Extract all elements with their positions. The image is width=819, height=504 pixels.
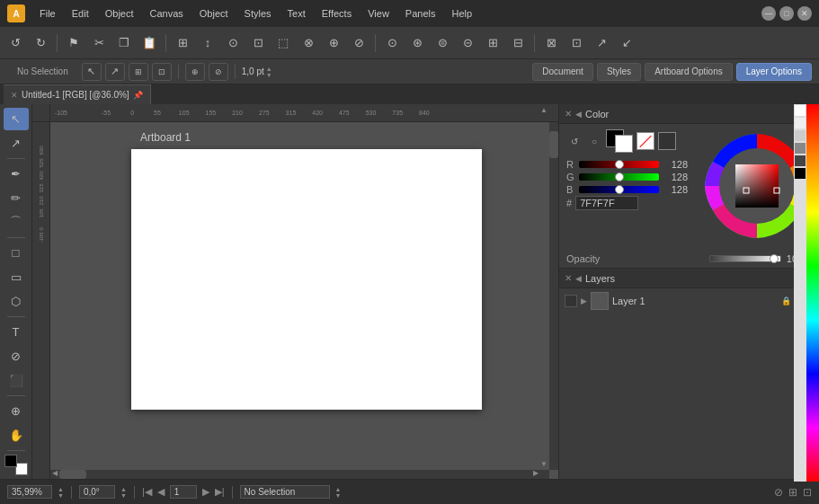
styles-button[interactable]: Styles [597,63,641,81]
scroll-up-arrow[interactable]: ▲ [540,106,547,114]
color-spectrum-strip[interactable] [806,104,819,482]
document-tab[interactable]: ✕ Untitled-1 [RGB] [@36.0%] 📌 [4,84,151,104]
document-button[interactable]: Document [532,63,593,81]
tb-icon-13[interactable]: ⊞ [481,31,504,55]
tb-icon-8[interactable]: ⊘ [347,31,370,55]
select-tool-opt[interactable]: ↗ [105,63,125,81]
tool-color-swatches[interactable] [4,455,28,475]
direct-select-tool[interactable]: ↗ [4,132,29,155]
layer-name[interactable]: Layer 1 [612,296,778,306]
status-icon-3[interactable]: ⊡ [803,486,812,499]
menu-object[interactable]: Object [98,6,141,21]
tab-pin-icon[interactable]: 📌 [133,91,143,100]
tb-icon-5[interactable]: ⬚ [272,31,295,55]
selection-stepper[interactable]: ▲ ▼ [335,486,342,499]
scroll-horizontal[interactable] [50,470,549,479]
tb-icon-7[interactable]: ⊕ [322,31,345,55]
tab-close-icon[interactable]: ✕ [11,91,18,100]
swap-icon[interactable]: ○ [586,133,602,149]
status-icon-1[interactable]: ⊘ [774,486,783,499]
tb-icon-11[interactable]: ⊜ [431,31,454,55]
tb-icon-18[interactable]: ↙ [615,31,638,55]
shape-tool[interactable]: □ [4,242,29,264]
scroll-vertical[interactable] [549,122,558,470]
layer-item-1[interactable]: ▶ Layer 1 🔒 👁 ○ [559,288,819,314]
page-nav-next2[interactable]: ▶| [215,486,225,498]
menu-styles[interactable]: Styles [237,6,279,21]
b-slider-thumb[interactable] [615,185,624,194]
tb-icon-16[interactable]: ⊡ [565,31,588,55]
text-tool[interactable]: T [4,321,29,343]
r-slider[interactable] [579,161,659,168]
color-panel-close[interactable]: ✕ [565,109,572,119]
opacity-slider[interactable] [709,255,781,262]
fill-swatch[interactable] [658,132,676,150]
select-tool[interactable]: ↖ [4,108,29,130]
tool-opt-5[interactable]: ⊕ [185,63,205,81]
b-slider[interactable] [579,186,659,193]
tb-icon-10[interactable]: ⊛ [405,31,429,55]
scroll-right-arrow[interactable]: ▶ [533,469,539,477]
gray-swatch[interactable] [795,143,806,154]
tb-icon-6[interactable]: ⊗ [297,31,320,55]
fg-bg-swatches[interactable] [606,129,633,153]
refresh-icon[interactable]: ↺ [566,133,583,149]
page-input[interactable] [170,485,197,499]
redo-button[interactable]: ↻ [29,31,52,55]
tb-icon-9[interactable]: ⊙ [380,31,404,55]
tb-icon-15[interactable]: ⊠ [539,31,563,55]
hand-tool[interactable]: ✋ [4,424,29,447]
status-icon-2[interactable]: ⊞ [788,486,797,499]
g-slider[interactable] [579,173,659,181]
dark-swatch[interactable] [795,155,806,166]
layers-close-icon[interactable]: ✕ [565,273,572,283]
menu-object2[interactable]: Object [192,6,236,21]
tool-fg-swatch[interactable] [4,455,17,467]
menu-effects[interactable]: Effects [315,6,359,21]
mid-swatch[interactable] [795,130,806,141]
white-swatch[interactable] [795,105,806,116]
scroll-down-arrow[interactable]: ▼ [540,460,547,468]
page-nav-next[interactable]: ▶ [202,486,209,498]
background-swatch[interactable] [615,135,633,153]
tb-icon-12[interactable]: ⊝ [456,31,479,55]
tb-icon-2[interactable]: ↕ [196,31,219,55]
brush-tool[interactable]: ⌒ [4,211,29,234]
minimize-button[interactable]: — [761,6,776,21]
tb-icon-14[interactable]: ⊟ [506,31,530,55]
tool-opt-6[interactable]: ⊘ [209,63,228,81]
maximize-button[interactable]: □ [779,6,794,21]
artboard-options-button[interactable]: Artboard Options [645,63,733,81]
close-button[interactable]: ✕ [797,6,812,21]
pencil-tool[interactable]: ✏ [4,187,29,209]
layers-collapse[interactable]: ◀ [575,274,582,283]
flag-button[interactable]: ⚑ [62,31,85,55]
menu-canvas[interactable]: Canvas [143,6,191,21]
canvas-area[interactable]: -105 -55 0 55 105 155 210 275 315 420 47… [32,104,558,479]
menu-view[interactable]: View [361,6,396,21]
color-panel-collapse[interactable]: ◀ [575,110,582,119]
r-slider-thumb[interactable] [615,160,624,169]
cut-button[interactable]: ✂ [87,31,111,55]
artboard-canvas[interactable] [131,149,482,410]
menu-file[interactable]: File [32,6,63,21]
menu-panels[interactable]: Panels [398,6,443,21]
page-nav-prev2[interactable]: ◀ [157,486,165,498]
fill-tool[interactable]: ⬛ [4,369,29,392]
undo-button[interactable]: ↺ [4,31,27,55]
copy-button[interactable]: ❐ [112,31,136,55]
layer-expand-arrow[interactable]: ▶ [581,296,587,305]
menu-help[interactable]: Help [444,6,479,21]
tool-opt-3[interactable]: ⊞ [129,63,148,81]
black-swatch[interactable] [795,168,806,179]
rotation-input[interactable] [79,485,115,499]
menu-text[interactable]: Text [280,6,313,21]
opacity-slider-thumb[interactable] [770,254,779,263]
light-swatch[interactable] [795,118,806,128]
rectangle-tool[interactable]: ▭ [4,266,29,288]
scroll-left-arrow[interactable]: ◀ [52,469,58,477]
tool-bg-swatch[interactable] [15,463,28,475]
layer-lock-icon[interactable]: 🔒 [781,296,791,305]
eyedropper-tool[interactable]: ⊘ [4,345,29,367]
point-size-stepper[interactable]: ▲ ▼ [266,66,272,78]
